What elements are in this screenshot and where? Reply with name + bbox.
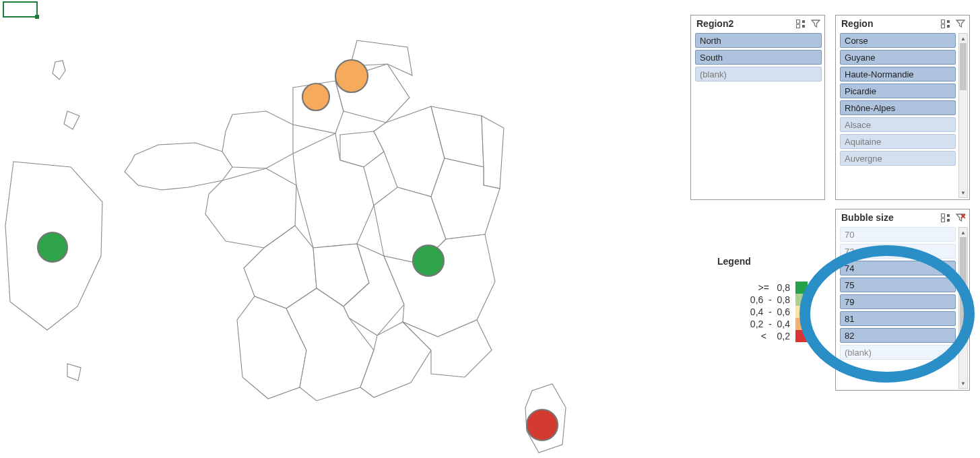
legend-row: 0,2 - 0,4 [697,318,812,330]
legend-row: >= 0,8 [697,282,812,294]
slicer-title: Bubble size [841,212,894,223]
map-region-basse-normandie [222,111,293,168]
slicer-item[interactable]: North [695,33,822,48]
slicer-item[interactable]: Aquitaine [840,134,956,149]
slicer-header: Bubble size [836,209,969,226]
legend-label: 0,6 - 0,8 [697,294,790,305]
slicer-item[interactable]: South [695,50,822,65]
scroll-down-icon[interactable]: ▼ [959,379,967,388]
legend-swatch [795,318,808,330]
legend-row: 0,6 - 0,8 [697,294,812,306]
map-bubble[interactable] [38,232,67,262]
slicer-header: Region [836,15,969,32]
slicer-item[interactable]: (blank) [695,67,822,81]
map-region-island [67,364,81,381]
slicer-item[interactable]: 82 [840,328,956,343]
multi-select-icon[interactable] [940,18,950,29]
slicer-item[interactable]: Alsace [840,117,956,132]
map-bubble[interactable] [335,60,368,92]
slicer-item[interactable]: 70 [840,227,956,242]
clear-filter-icon[interactable] [811,19,820,28]
legend-title: Legend [697,256,812,267]
clear-filter-icon[interactable] [956,19,965,28]
scrollbar[interactable]: ▲ ▼ [958,227,968,389]
map-region-island [53,61,65,79]
legend-swatch [795,306,808,318]
map-region-alsace [482,116,504,189]
legend-row: < 0,2 [697,330,812,342]
slicer-item[interactable]: Haute-Normandie [840,67,956,81]
slicer-item[interactable]: 74 [840,261,956,275]
legend-label: 0,2 - 0,4 [697,319,790,329]
map-bubble[interactable] [302,84,329,110]
multi-select-icon[interactable] [795,18,806,29]
map-bubble[interactable] [413,245,444,276]
slicer-bubble-size[interactable]: Bubble size 70737475798182(blank) ▲ ▼ [835,209,970,391]
legend-swatch [795,282,808,294]
scroll-up-icon[interactable]: ▲ [959,228,967,237]
scrollbar[interactable]: ▲ ▼ [958,33,968,198]
clear-filter-icon[interactable] [956,213,965,222]
slicer-item[interactable]: 73 [840,244,956,259]
slicer-region[interactable]: Region CorseGuyaneHaute-NormandiePicardi… [835,15,970,200]
map-chart [0,0,687,458]
legend-label: >= 0,8 [697,282,790,293]
slicer-item[interactable]: (blank) [840,345,956,360]
slicer-region2[interactable]: Region2 NorthSouth(blank) [690,15,825,200]
map-region-island [64,111,79,129]
multi-select-icon[interactable] [940,212,950,223]
scroll-down-icon[interactable]: ▼ [959,188,967,197]
slicer-title: Region2 [696,18,733,29]
scroll-thumb[interactable] [960,237,967,338]
slicer-title: Region [841,18,873,29]
slicer-item[interactable]: Rhône-Alpes [840,100,956,115]
scroll-thumb[interactable] [960,43,967,90]
legend-row: 0,4 - 0,6 [697,306,812,318]
scroll-up-icon[interactable]: ▲ [959,34,967,43]
slicer-item[interactable]: Auvergne [840,151,956,166]
legend: Legend >= 0,80,6 - 0,80,4 - 0,60,2 - 0,4… [697,256,812,342]
slicer-item[interactable]: Picardie [840,84,956,98]
legend-label: < 0,2 [697,331,790,341]
map-bubble[interactable] [527,410,558,440]
legend-label: 0,4 - 0,6 [697,306,790,317]
slicer-header: Region2 [691,15,824,32]
slicer-item[interactable]: 81 [840,311,956,326]
slicer-item[interactable]: Guyane [840,50,956,65]
map-region-bretagne [125,143,232,190]
slicer-item[interactable]: Corse [840,33,956,48]
slicer-item[interactable]: 79 [840,294,956,309]
legend-swatch [795,330,808,342]
legend-swatch [795,294,808,306]
slicer-item[interactable]: 75 [840,277,956,292]
